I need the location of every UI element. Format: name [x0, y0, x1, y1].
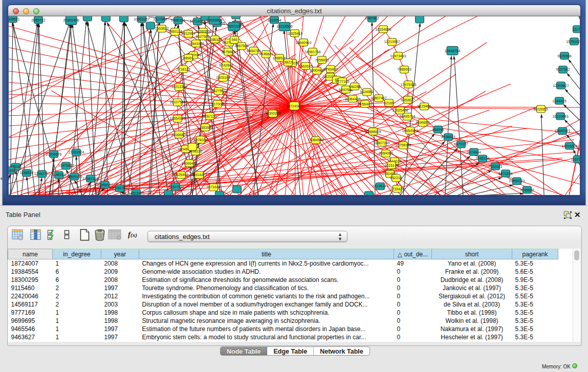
- svg-text:12923446: 12923446: [128, 191, 144, 195]
- svg-text:9227342: 9227342: [556, 68, 570, 71]
- svg-text:10958107: 10958107: [97, 183, 113, 187]
- svg-text:12505135: 12505135: [66, 175, 82, 179]
- svg-text:1405571: 1405571: [9, 17, 20, 21]
- svg-text:9777169: 9777169: [335, 80, 349, 83]
- svg-text:16782759: 16782759: [112, 186, 127, 190]
- svg-text:15751074: 15751074: [566, 40, 580, 43]
- svg-text:10688609: 10688609: [365, 130, 381, 134]
- svg-text:17353924: 17353924: [68, 150, 84, 154]
- svg-text:7663822: 7663822: [155, 27, 168, 30]
- svg-text:18724007: 18724007: [286, 104, 302, 108]
- svg-text:8215955: 8215955: [534, 107, 548, 111]
- svg-text:18300295: 18300295: [265, 112, 280, 115]
- svg-text:10653267: 10653267: [134, 17, 149, 21]
- svg-text:3915911: 3915911: [9, 169, 17, 172]
- svg-text:1156829: 1156829: [20, 171, 34, 174]
- svg-text:14136141: 14136141: [372, 184, 388, 188]
- svg-text:62160: 62160: [384, 101, 394, 105]
- svg-text:2867608: 2867608: [234, 44, 248, 48]
- svg-text:2156443: 2156443: [358, 102, 372, 106]
- svg-text:252214: 252214: [390, 176, 402, 180]
- svg-text:2718126: 2718126: [176, 68, 190, 71]
- svg-text:1733426: 1733426: [390, 187, 404, 191]
- svg-text:164095: 164095: [432, 128, 444, 132]
- svg-text:17957225: 17957225: [82, 177, 98, 181]
- svg-text:9474444: 9474444: [467, 150, 481, 154]
- svg-text:16210643: 16210643: [552, 115, 568, 118]
- svg-text:3675685: 3675685: [221, 50, 235, 54]
- svg-text:9857791: 9857791: [168, 185, 182, 189]
- svg-text:20364436: 20364436: [344, 97, 360, 101]
- svg-text:11172: 11172: [573, 28, 580, 31]
- svg-text:16543362: 16543362: [188, 42, 204, 46]
- svg-text:10025458: 10025458: [392, 108, 408, 112]
- svg-text:16033809: 16033809: [206, 18, 222, 22]
- svg-text:19384554: 19384554: [308, 138, 323, 142]
- svg-text:1571644: 1571644: [206, 185, 220, 189]
- svg-text:19218506: 19218506: [276, 25, 292, 28]
- svg-text:7625402: 7625402: [174, 173, 188, 177]
- svg-text:8938923: 8938923: [441, 135, 455, 139]
- svg-text:817004: 817004: [211, 102, 223, 106]
- svg-text:2803144: 2803144: [216, 76, 230, 79]
- svg-text:16648784: 16648784: [444, 49, 460, 53]
- svg-text:20691406: 20691406: [63, 18, 79, 22]
- svg-text:16914479: 16914479: [191, 173, 207, 177]
- svg-text:546: 546: [231, 38, 237, 41]
- svg-text:1244415: 1244415: [552, 99, 566, 103]
- svg-text:16654923: 16654923: [402, 129, 418, 133]
- svg-text:10807487: 10807487: [371, 96, 386, 100]
- svg-text:7857224: 7857224: [227, 25, 241, 28]
- svg-text:1527602: 1527602: [153, 17, 167, 21]
- svg-text:18807249: 18807249: [374, 141, 389, 145]
- svg-text:12093827: 12093827: [553, 84, 569, 87]
- svg-text:17975115: 17975115: [401, 83, 417, 86]
- svg-text:2087682: 2087682: [365, 16, 379, 20]
- svg-text:18640910: 18640910: [295, 41, 311, 45]
- svg-text:18495794: 18495794: [399, 115, 415, 118]
- svg-text:1615172: 1615172: [384, 164, 398, 167]
- svg-text:3960124: 3960124: [168, 30, 182, 33]
- svg-text:19654925: 19654925: [169, 117, 185, 120]
- svg-text:7955812: 7955812: [315, 58, 329, 62]
- svg-text:17016504: 17016504: [561, 144, 577, 148]
- svg-text:2055712: 2055712: [31, 18, 45, 22]
- svg-text:8471676: 8471676: [498, 172, 512, 176]
- svg-text:8186328: 8186328: [208, 38, 222, 41]
- svg-text:6466160: 6466160: [171, 18, 185, 22]
- svg-text:8878334: 8878334: [193, 138, 207, 142]
- svg-text:12213967: 12213967: [384, 40, 400, 43]
- svg-text:2935134: 2935134: [475, 157, 489, 160]
- svg-text:746266: 746266: [349, 85, 360, 89]
- svg-text:19166825: 19166825: [171, 133, 187, 137]
- svg-text:9242848: 9242848: [219, 63, 233, 67]
- svg-text:14099488: 14099488: [181, 162, 197, 165]
- svg-text:9084067: 9084067: [379, 151, 393, 155]
- svg-text:7485003: 7485003: [397, 68, 411, 71]
- svg-text:1167534: 1167534: [571, 158, 580, 161]
- svg-text:1362615: 1362615: [298, 64, 312, 68]
- svg-text:3822: 3822: [284, 60, 292, 64]
- svg-text:8990448: 8990448: [310, 69, 323, 72]
- svg-text:16107554: 16107554: [169, 100, 185, 104]
- svg-text:9529966: 9529966: [557, 54, 571, 58]
- svg-text:20206576: 20206576: [46, 152, 61, 156]
- svg-text:1145194: 1145194: [52, 173, 66, 177]
- svg-text:8912954: 8912954: [181, 32, 195, 35]
- svg-text:7632621: 7632621: [488, 165, 502, 168]
- svg-text:10973493: 10973493: [390, 54, 406, 58]
- svg-text:9146821: 9146821: [259, 52, 273, 56]
- svg-text:10756928: 10756928: [395, 143, 411, 147]
- svg-text:9699695: 9699695: [416, 121, 429, 124]
- svg-text:13353594: 13353594: [197, 126, 213, 129]
- svg-text:8267130: 8267130: [203, 115, 216, 118]
- svg-text:12213369: 12213369: [171, 85, 187, 89]
- svg-text:6879197: 6879197: [454, 142, 468, 146]
- svg-text:10975657: 10975657: [58, 164, 74, 167]
- svg-text:8427552: 8427552: [211, 89, 225, 93]
- svg-text:12942737: 12942737: [34, 172, 50, 176]
- svg-text:16154808: 16154808: [375, 28, 391, 31]
- svg-text:3624554: 3624554: [360, 90, 374, 94]
- svg-text:9245652: 9245652: [520, 188, 534, 192]
- svg-text:9463627: 9463627: [401, 98, 415, 102]
